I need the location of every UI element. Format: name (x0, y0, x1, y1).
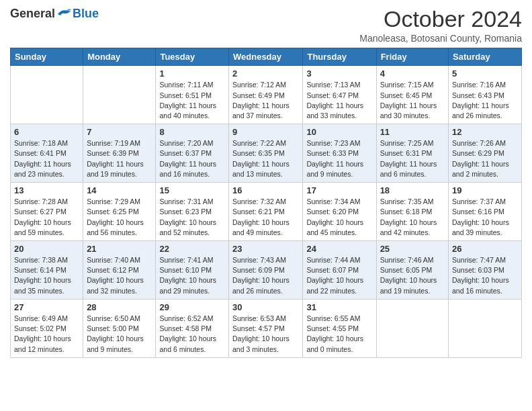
day-info: Sunrise: 7:11 AMSunset: 6:51 PMDaylight:… (159, 80, 225, 121)
day-info: Sunrise: 7:15 AMSunset: 6:45 PMDaylight:… (380, 80, 445, 121)
calendar-cell-w3-d1: 14Sunrise: 7:29 AMSunset: 6:25 PMDayligh… (83, 183, 156, 241)
day-info: Sunrise: 7:12 AMSunset: 6:49 PMDaylight:… (232, 80, 299, 121)
calendar-cell-w4-d3: 23Sunrise: 7:43 AMSunset: 6:09 PMDayligh… (229, 241, 303, 300)
calendar-cell-w3-d5: 18Sunrise: 7:35 AMSunset: 6:18 PMDayligh… (376, 183, 448, 241)
logo-general-text: General (10, 7, 55, 21)
header-saturday: Saturday (449, 48, 522, 66)
calendar-cell-w2-d6: 12Sunrise: 7:26 AMSunset: 6:29 PMDayligh… (449, 124, 522, 183)
week-row-5: 27Sunrise: 6:49 AMSunset: 5:02 PMDayligh… (11, 299, 522, 357)
week-row-2: 6Sunrise: 7:18 AMSunset: 6:41 PMDaylight… (11, 124, 522, 183)
day-number: 10 (306, 127, 372, 137)
day-info: Sunrise: 6:55 AMSunset: 4:55 PMDaylight:… (306, 314, 372, 355)
day-number: 26 (452, 244, 518, 254)
day-number: 1 (159, 68, 225, 79)
day-info: Sunrise: 7:13 AMSunset: 6:47 PMDaylight:… (306, 80, 372, 121)
day-info: Sunrise: 6:52 AMSunset: 4:58 PMDaylight:… (159, 314, 225, 355)
day-info: Sunrise: 7:19 AMSunset: 6:39 PMDaylight:… (87, 138, 152, 179)
calendar-cell-w5-d4: 31Sunrise: 6:55 AMSunset: 4:55 PMDayligh… (303, 299, 376, 357)
logo-bird-icon (56, 7, 73, 21)
calendar-cell-w4-d1: 21Sunrise: 7:40 AMSunset: 6:12 PMDayligh… (83, 241, 156, 300)
header: General Blue October 2024 Manoleasa, Bot… (10, 7, 522, 44)
day-number: 20 (14, 244, 79, 254)
day-info: Sunrise: 7:25 AMSunset: 6:31 PMDaylight:… (380, 138, 445, 179)
day-number: 4 (380, 68, 445, 79)
calendar-cell-w1-d5: 4Sunrise: 7:15 AMSunset: 6:45 PMDaylight… (376, 66, 448, 124)
title-section: October 2024 Manoleasa, Botosani County,… (359, 7, 522, 44)
day-info: Sunrise: 7:16 AMSunset: 6:43 PMDaylight:… (452, 80, 518, 121)
header-thursday: Thursday (303, 48, 376, 66)
calendar-cell-w2-d2: 8Sunrise: 7:20 AMSunset: 6:37 PMDaylight… (156, 124, 229, 183)
day-number: 2 (232, 68, 299, 79)
day-number: 18 (380, 185, 445, 195)
day-info: Sunrise: 7:46 AMSunset: 6:05 PMDaylight:… (380, 255, 445, 296)
day-number: 29 (159, 302, 225, 312)
day-number: 19 (452, 185, 518, 195)
calendar-cell-w3-d3: 16Sunrise: 7:32 AMSunset: 6:21 PMDayligh… (229, 183, 303, 241)
calendar-cell-w2-d0: 6Sunrise: 7:18 AMSunset: 6:41 PMDaylight… (11, 124, 83, 183)
day-info: Sunrise: 7:28 AMSunset: 6:27 PMDaylight:… (14, 197, 79, 238)
day-info: Sunrise: 7:32 AMSunset: 6:21 PMDaylight:… (232, 197, 299, 238)
location-subtitle: Manoleasa, Botosani County, Romania (359, 33, 522, 44)
day-number: 9 (232, 127, 299, 137)
day-number: 15 (159, 185, 225, 195)
day-info: Sunrise: 7:31 AMSunset: 6:23 PMDaylight:… (159, 197, 225, 238)
calendar-cell-w1-d4: 3Sunrise: 7:13 AMSunset: 6:47 PMDaylight… (303, 66, 376, 124)
day-number: 21 (87, 244, 152, 254)
calendar-cell-w1-d6: 5Sunrise: 7:16 AMSunset: 6:43 PMDaylight… (449, 66, 522, 124)
day-info: Sunrise: 6:49 AMSunset: 5:02 PMDaylight:… (14, 314, 79, 355)
day-info: Sunrise: 7:29 AMSunset: 6:25 PMDaylight:… (87, 197, 152, 238)
day-info: Sunrise: 7:47 AMSunset: 6:03 PMDaylight:… (452, 255, 518, 296)
day-number: 25 (380, 244, 445, 254)
calendar-cell-w4-d2: 22Sunrise: 7:41 AMSunset: 6:10 PMDayligh… (156, 241, 229, 300)
calendar-table: Sunday Monday Tuesday Wednesday Thursday… (10, 48, 522, 357)
calendar-cell-w2-d4: 10Sunrise: 7:23 AMSunset: 6:33 PMDayligh… (303, 124, 376, 183)
header-sunday: Sunday (11, 48, 83, 66)
week-row-4: 20Sunrise: 7:38 AMSunset: 6:14 PMDayligh… (11, 241, 522, 300)
header-monday: Monday (83, 48, 156, 66)
calendar-cell-w5-d5 (376, 299, 448, 357)
day-number: 22 (159, 244, 225, 254)
week-row-3: 13Sunrise: 7:28 AMSunset: 6:27 PMDayligh… (11, 183, 522, 241)
week-row-1: 1Sunrise: 7:11 AMSunset: 6:51 PMDaylight… (11, 66, 522, 124)
calendar-cell-w5-d3: 30Sunrise: 6:53 AMSunset: 4:57 PMDayligh… (229, 299, 303, 357)
day-info: Sunrise: 7:43 AMSunset: 6:09 PMDaylight:… (232, 255, 299, 296)
header-friday: Friday (376, 48, 448, 66)
header-wednesday: Wednesday (229, 48, 303, 66)
day-info: Sunrise: 7:23 AMSunset: 6:33 PMDaylight:… (306, 138, 372, 179)
day-number: 27 (14, 302, 79, 312)
calendar-cell-w5-d0: 27Sunrise: 6:49 AMSunset: 5:02 PMDayligh… (11, 299, 83, 357)
logo: General Blue (10, 7, 99, 21)
weekday-header-row: Sunday Monday Tuesday Wednesday Thursday… (11, 48, 522, 66)
day-info: Sunrise: 7:38 AMSunset: 6:14 PMDaylight:… (14, 255, 79, 296)
calendar-cell-w5-d1: 28Sunrise: 6:50 AMSunset: 5:00 PMDayligh… (83, 299, 156, 357)
day-info: Sunrise: 7:34 AMSunset: 6:20 PMDaylight:… (306, 197, 372, 238)
day-number: 11 (380, 127, 445, 137)
day-number: 31 (306, 302, 372, 312)
day-number: 3 (306, 68, 372, 79)
day-number: 5 (452, 68, 518, 79)
calendar-cell-w4-d0: 20Sunrise: 7:38 AMSunset: 6:14 PMDayligh… (11, 241, 83, 300)
day-number: 8 (159, 127, 225, 137)
calendar-cell-w4-d4: 24Sunrise: 7:44 AMSunset: 6:07 PMDayligh… (303, 241, 376, 300)
day-info: Sunrise: 7:26 AMSunset: 6:29 PMDaylight:… (452, 138, 518, 179)
calendar-cell-w2-d5: 11Sunrise: 7:25 AMSunset: 6:31 PMDayligh… (376, 124, 448, 183)
page: General Blue October 2024 Manoleasa, Bot… (0, 0, 532, 368)
calendar-cell-w5-d6 (449, 299, 522, 357)
day-info: Sunrise: 6:50 AMSunset: 5:00 PMDaylight:… (87, 314, 152, 355)
day-number: 28 (87, 302, 152, 312)
day-number: 13 (14, 185, 79, 195)
calendar-cell-w5-d2: 29Sunrise: 6:52 AMSunset: 4:58 PMDayligh… (156, 299, 229, 357)
day-info: Sunrise: 7:41 AMSunset: 6:10 PMDaylight:… (159, 255, 225, 296)
day-info: Sunrise: 7:37 AMSunset: 6:16 PMDaylight:… (452, 197, 518, 238)
day-number: 6 (14, 127, 79, 137)
calendar-cell-w2-d1: 7Sunrise: 7:19 AMSunset: 6:39 PMDaylight… (83, 124, 156, 183)
calendar-cell-w2-d3: 9Sunrise: 7:22 AMSunset: 6:35 PMDaylight… (229, 124, 303, 183)
header-tuesday: Tuesday (156, 48, 229, 66)
day-info: Sunrise: 7:35 AMSunset: 6:18 PMDaylight:… (380, 197, 445, 238)
day-number: 17 (306, 185, 372, 195)
day-info: Sunrise: 6:53 AMSunset: 4:57 PMDaylight:… (232, 314, 299, 355)
day-number: 14 (87, 185, 152, 195)
calendar-cell-w3-d0: 13Sunrise: 7:28 AMSunset: 6:27 PMDayligh… (11, 183, 83, 241)
day-info: Sunrise: 7:22 AMSunset: 6:35 PMDaylight:… (232, 138, 299, 179)
day-info: Sunrise: 7:18 AMSunset: 6:41 PMDaylight:… (14, 138, 79, 179)
